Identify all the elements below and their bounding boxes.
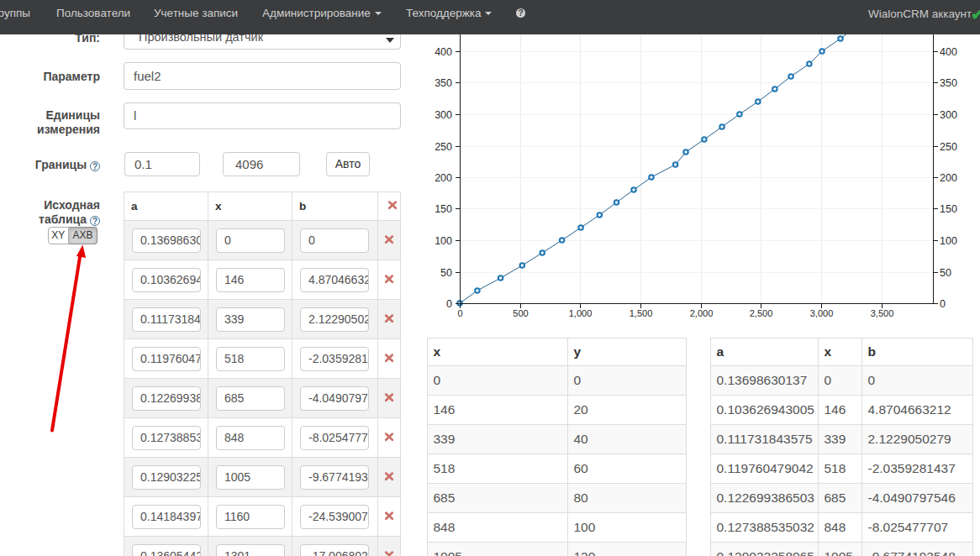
svg-text:2,000: 2,000 — [690, 308, 714, 318]
svg-text:100: 100 — [940, 235, 957, 247]
svg-text:250: 250 — [435, 141, 452, 153]
svg-text:300: 300 — [435, 109, 452, 121]
svg-text:0: 0 — [940, 298, 946, 310]
svg-text:100: 100 — [435, 235, 452, 247]
svg-text:300: 300 — [940, 109, 957, 121]
svg-text:1,000: 1,000 — [569, 308, 593, 318]
svg-text:1,500: 1,500 — [630, 308, 653, 318]
svg-text:150: 150 — [940, 203, 957, 215]
svg-text:250: 250 — [940, 141, 957, 153]
svg-text:3,000: 3,000 — [810, 308, 834, 318]
svg-text:3,500: 3,500 — [871, 308, 894, 318]
svg-text:2,500: 2,500 — [750, 308, 773, 318]
svg-text:400: 400 — [435, 46, 452, 58]
svg-text:50: 50 — [940, 267, 951, 279]
svg-text:200: 200 — [435, 172, 452, 184]
svg-text:150: 150 — [435, 203, 452, 215]
svg-text:0: 0 — [446, 298, 452, 310]
svg-text:350: 350 — [940, 77, 957, 89]
svg-text:400: 400 — [940, 46, 957, 58]
svg-text:350: 350 — [435, 77, 452, 89]
svg-text:500: 500 — [513, 308, 528, 318]
svg-text:200: 200 — [940, 172, 957, 184]
svg-text:50: 50 — [440, 267, 452, 279]
svg-text:0: 0 — [457, 308, 462, 318]
